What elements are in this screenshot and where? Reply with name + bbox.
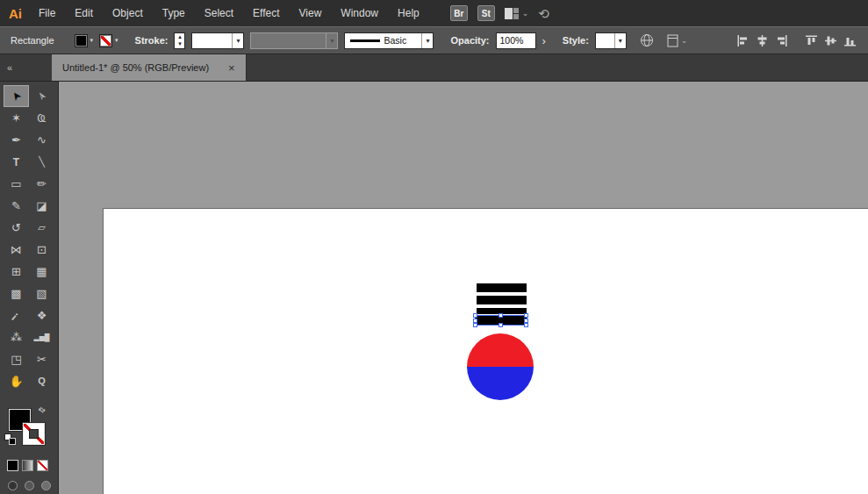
shape-builder-tool[interactable]: ⊞ [4,261,29,283]
pencil-tool[interactable]: ✎ [4,195,29,217]
graphic-style-select[interactable]: ▾ [595,32,627,49]
width-tool[interactable]: ⋈ [4,239,29,261]
black-bar-shape[interactable] [477,296,527,304]
tab-title: Untitled-1* @ 50% (RGB/Preview) [62,62,209,73]
curvature-tool[interactable]: ∿ [29,129,54,151]
control-bar: Rectangle ▾ ▾ Stroke: ▴ ▾ ▾ ▾ Basic ▾ Op… [0,26,868,54]
gradient-button[interactable] [22,460,33,471]
stroke-style-select[interactable]: Basic ▾ [344,32,434,49]
draw-normal-button[interactable] [8,481,18,490]
free-transform-tool[interactable]: ⊡ [29,239,54,261]
fill-color-control[interactable]: ▾ [75,34,94,47]
stroke-swatch[interactable] [23,423,45,445]
chevron-down-icon: ▾ [326,33,337,48]
mesh-tool[interactable]: ▩ [4,283,29,304]
selection-handle[interactable] [473,313,477,318]
globe-icon[interactable] [640,33,654,47]
stepper-down-icon[interactable]: ▾ [178,40,182,47]
stroke-line-sample [350,39,380,42]
selection-handle[interactable] [524,313,528,318]
align-top-button[interactable] [806,35,817,47]
none-button[interactable] [37,460,48,471]
align-middle-button[interactable] [825,35,836,47]
menu-window[interactable]: Window [331,7,388,19]
stroke-weight-select[interactable]: ▾ [191,32,244,49]
selected-bar-shape[interactable] [476,316,527,325]
menu-select[interactable]: Select [195,7,243,19]
pen-tool[interactable]: ✒ [4,129,29,151]
screen-mode-button[interactable] [41,481,51,490]
selection-tool[interactable]: ➤ [4,85,29,107]
brush-definition-select: ▾ [250,32,338,49]
opacity-input[interactable]: 100% [496,32,536,49]
width-tool-icon: ⋈ [11,244,22,255]
menu-view[interactable]: View [290,7,332,19]
magic-wand-tool[interactable]: ✶ [4,107,29,129]
scale-tool[interactable]: ▱ [29,217,54,239]
paintbrush-tool[interactable]: ✏ [29,173,54,195]
symbol-sprayer-tool[interactable]: ⁂ [4,326,29,348]
tab-bar: « Untitled-1* @ 50% (RGB/Preview) × [0,54,868,82]
direct-selection-tool[interactable]: ➢ [29,85,54,107]
black-bar-shape[interactable] [477,283,527,292]
menu-file[interactable]: File [29,7,65,19]
fill-color-swatch [75,34,88,47]
opacity-value: 100% [500,35,524,46]
document-setup-icon[interactable]: ⌄ [667,34,688,47]
close-tab-icon[interactable]: × [228,62,235,74]
canvas[interactable] [59,82,868,494]
rotate-tool[interactable]: ↺ [4,217,29,239]
eyedropper-tool[interactable]: ¡ [4,304,29,326]
workspace-switcher[interactable]: ⌄ [505,8,529,19]
collapse-tools-icon[interactable]: « [0,54,52,81]
hand-tool[interactable]: ✋ [4,370,29,392]
sync-icon[interactable]: ⟲ [538,7,549,20]
menu-edit[interactable]: Edit [65,7,103,19]
stock-button[interactable]: St [477,5,495,21]
stepper-up-icon[interactable]: ▴ [178,33,182,40]
slice-tool-icon: ✂ [37,354,47,365]
color-button[interactable] [7,460,18,471]
align-bottom-button[interactable] [844,35,856,47]
align-center-button[interactable] [757,35,768,47]
artboard-tool[interactable]: ◳ [4,348,29,370]
align-group [737,35,861,47]
type-tool[interactable]: T [4,151,29,173]
artboard[interactable] [103,208,868,494]
stroke-weight-stepper[interactable]: ▴ ▾ [174,32,185,49]
align-left-button[interactable] [737,35,749,47]
rectangle-tool[interactable]: ▭ [4,173,29,195]
align-right-button[interactable] [776,35,787,47]
perspective-grid-tool[interactable]: ▦ [29,261,54,283]
mesh-tool-icon: ▩ [11,288,21,299]
default-fill-stroke-icon[interactable] [4,433,17,446]
slice-tool[interactable]: ✂ [29,348,54,370]
lasso-tool[interactable]: Ҩ [29,107,54,129]
opacity-flyout-icon[interactable]: › [542,35,546,47]
illustrator-window: Ai FileEditObjectTypeSelectEffectViewWin… [0,0,868,494]
type-tool-icon: T [13,157,19,168]
eraser-tool[interactable]: ◪ [29,195,54,217]
menu-object[interactable]: Object [103,7,153,19]
selection-handle[interactable] [499,313,503,318]
menu-help[interactable]: Help [388,7,429,19]
document-tab[interactable]: Untitled-1* @ 50% (RGB/Preview) × [52,54,247,81]
chevron-down-icon: ▾ [614,33,626,48]
gradient-tool[interactable]: ▧ [29,283,54,304]
line-segment-tool[interactable]: ╲ [29,151,54,173]
draw-behind-button[interactable] [25,481,34,490]
stroke-color-control[interactable]: ▾ [99,34,118,47]
selection-handle[interactable] [524,323,528,327]
bridge-button[interactable]: Br [450,5,468,21]
swap-fill-stroke-icon[interactable]: ⇄ [37,405,47,415]
menu-effect[interactable]: Effect [243,7,289,19]
blend-tool[interactable]: ❖ [29,304,54,326]
selection-handle[interactable] [473,323,477,327]
selection-handle[interactable] [499,323,503,327]
column-graph-tool[interactable]: ▂▅█ [29,326,54,348]
menu-type[interactable]: Type [153,7,195,19]
stroke-swatch-hole [29,429,39,439]
zoom-tool[interactable]: Q [29,370,54,392]
red-blue-circle-shape[interactable] [467,333,534,400]
stroke-label: Stroke: [135,35,169,46]
